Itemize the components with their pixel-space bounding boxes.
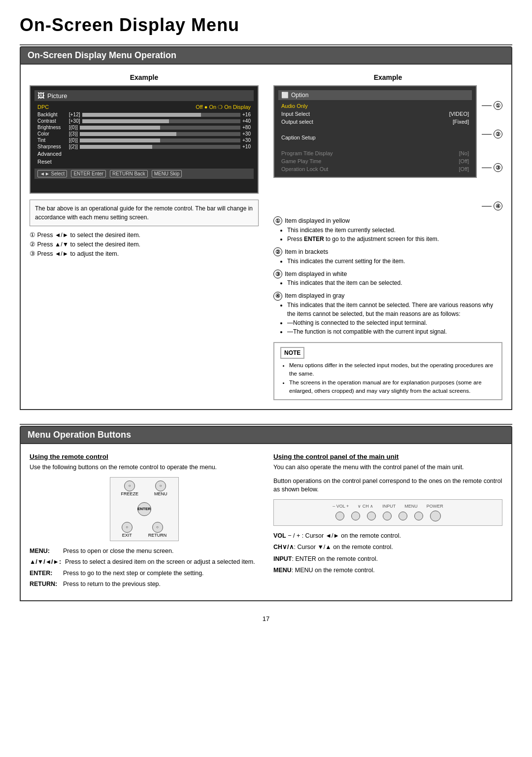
option-row-caption: Caption Setup bbox=[278, 134, 472, 141]
option-row-input-select: Input Select [VIDEO] bbox=[278, 110, 472, 118]
control-panel-diagram: – VOL + ∨ CH ∧ INPUT MENU POWER bbox=[273, 499, 502, 526]
left-example: Example 🖼 Picture DPC Off ● On ❍ On Disp… bbox=[30, 73, 259, 400]
section2-header: Menu Operation Buttons bbox=[20, 426, 512, 444]
option-row-output-select: Output select [Fixed] bbox=[278, 118, 472, 126]
option-row-empty2 bbox=[278, 141, 472, 149]
remote-mid-row: ENTER bbox=[137, 502, 151, 516]
note-title: NOTE bbox=[280, 347, 304, 359]
remote-control-section: Using the remote control Use the followi… bbox=[30, 453, 259, 591]
cp-title: Using the control panel of the main unit bbox=[273, 453, 502, 460]
legend-4-title: Item displayed in gray bbox=[285, 291, 345, 301]
option-row-empty1 bbox=[278, 126, 472, 134]
page-title: On-Screen Display Menu bbox=[20, 15, 512, 35]
cp-ch-up bbox=[383, 512, 392, 520]
picture-menu-screen: 🖼 Picture DPC Off ● On ❍ On Display Back… bbox=[30, 85, 259, 194]
control-legend: VOL − / + : Cursor ◄/► on the remote con… bbox=[273, 532, 502, 575]
remote-desc: Use the following buttons on the remote … bbox=[30, 463, 259, 472]
section1-container: On-Screen Display Menu Operation Example… bbox=[20, 44, 512, 410]
picture-icon: 🖼 bbox=[37, 92, 44, 100]
menu-title: Picture bbox=[47, 92, 67, 100]
option-annotations: ① ② ③ bbox=[482, 85, 502, 211]
remote-diagram: ○ FREEZE ○ MENU ENTER ○ bbox=[110, 477, 179, 541]
enter-legend: ENTER: Press to go to the next step or c… bbox=[30, 569, 259, 578]
menu-row-color: Color [(3)] +30 bbox=[34, 131, 254, 137]
ch-legend: CH∨/∧: Cursor ▼/▲ on the remote control. bbox=[273, 543, 502, 552]
menu-title-bar: 🖼 Picture bbox=[34, 90, 254, 101]
option-row-program-title: Program Title Display [No] bbox=[278, 149, 472, 157]
right-example: Example ⬜ Option Audio Only Input Select bbox=[273, 73, 502, 400]
freeze-btn: ○ FREEZE bbox=[121, 481, 138, 496]
legend-2-title: Item in brackets bbox=[285, 247, 328, 257]
menu-row-backlight: Backlight [+12] +16 bbox=[34, 111, 254, 118]
right-example-label: Example bbox=[273, 73, 502, 81]
section1-header: On-Screen Display Menu Operation bbox=[20, 46, 512, 65]
option-icon: ⬜ bbox=[281, 92, 289, 99]
nav-bar: ◄► Select ENTER Enter RETURN Back MENU S… bbox=[34, 169, 254, 179]
legend-item-2: ② Item in brackets This indicates the cu… bbox=[273, 247, 502, 266]
cp-desc1: You can also operate the menu with the c… bbox=[273, 463, 502, 472]
legend-block: ① Item displayed in yellow This indicate… bbox=[273, 216, 502, 336]
annot-1: ① bbox=[482, 101, 502, 110]
menu-row-brightness: Brightness [(0)] +80 bbox=[34, 124, 254, 131]
input-legend: INPUT: ENTER on the remote control. bbox=[273, 555, 502, 564]
annot-3: ③ bbox=[482, 163, 502, 172]
option-menu-screen: ⬜ Option Audio Only Input Select [VIDEO]… bbox=[273, 85, 477, 178]
legend-item-4: ④ Item displayed in gray This indicates … bbox=[273, 291, 502, 336]
return-btn: ○ RETURN bbox=[148, 522, 167, 538]
note-box: NOTE Menu options differ in the selected… bbox=[273, 342, 502, 400]
press-item-3: ③ Press ◄/► to adjust the item. bbox=[30, 250, 259, 257]
annot-4: ④ bbox=[482, 202, 502, 210]
menu-row-tint: Tint [(0)] +30 bbox=[34, 137, 254, 143]
guide-text: The bar above is an operational guide fo… bbox=[35, 205, 253, 221]
option-row-game-play: Game Play Time [Off] bbox=[278, 157, 472, 165]
arrows-legend: ▲/▼/◄/►: Press to select a desired item … bbox=[30, 558, 259, 567]
enter-btn-remote: ENTER bbox=[137, 502, 151, 516]
cp-vol-minus bbox=[335, 512, 344, 520]
menu-row-contrast: Contrast [+30] +40 bbox=[34, 118, 254, 124]
guide-box: The bar above is an operational guide fo… bbox=[30, 200, 259, 226]
cp-ch-down bbox=[367, 512, 376, 520]
cp-labels: – VOL + ∨ CH ∧ INPUT MENU POWER bbox=[332, 504, 443, 509]
exit-btn: ○ EXIT bbox=[122, 522, 133, 538]
option-row-audio: Audio Only bbox=[278, 102, 472, 110]
option-title: Option bbox=[291, 92, 308, 99]
control-panel-section: Using the control panel of the main unit… bbox=[273, 453, 502, 591]
vol-legend: VOL − / + : Cursor ◄/► on the remote con… bbox=[273, 532, 502, 541]
cp-desc2: Button operations on the control panel c… bbox=[273, 477, 502, 494]
cp-buttons bbox=[335, 511, 441, 521]
legend-item-1: ① Item displayed in yellow This indicate… bbox=[273, 216, 502, 243]
menu-cp-legend: MENU: MENU on the remote control. bbox=[273, 566, 502, 575]
remote-title: Using the remote control bbox=[30, 453, 259, 460]
press-items: ① Press ◄/► to select the desired item. … bbox=[30, 231, 259, 257]
menu-row-sharpness: Sharpness [(2)] +10 bbox=[34, 143, 254, 150]
left-example-label: Example bbox=[30, 73, 259, 81]
button-legend: MENU: Press to open or close the menu sc… bbox=[30, 547, 259, 589]
cp-menu bbox=[414, 512, 423, 520]
remote-top-row: ○ FREEZE ○ MENU bbox=[121, 481, 167, 496]
legend-1-title: Item displayed in yellow bbox=[285, 216, 350, 226]
legend-3-title: Item displayed in white bbox=[285, 270, 347, 279]
cp-vol-plus bbox=[351, 512, 360, 520]
menu-legend: MENU: Press to open or close the menu sc… bbox=[30, 547, 259, 556]
option-title-bar: ⬜ Option bbox=[278, 90, 472, 100]
menu-row-reset: Reset bbox=[34, 158, 254, 166]
menu-row-dpc: DPC Off ● On ❍ On Display bbox=[34, 103, 254, 111]
press-item-1: ① Press ◄/► to select the desired item. bbox=[30, 231, 259, 239]
remote-bot-row: ○ EXIT ○ RETURN bbox=[122, 522, 167, 538]
page-number: 17 bbox=[20, 615, 512, 622]
return-legend: RETURN: Press to return to the previous … bbox=[30, 580, 259, 589]
legend-item-3: ③ Item displayed in white This indicates… bbox=[273, 270, 502, 288]
press-item-2: ② Press ▲/▼ to select the desired item. bbox=[30, 241, 259, 248]
cp-input bbox=[399, 512, 407, 520]
section2-container: Menu Operation Buttons Using the remote … bbox=[20, 424, 512, 601]
option-row-operation-lock: Operation Lock Out [Off] bbox=[278, 165, 472, 173]
menu-btn-remote: ○ MENU bbox=[154, 481, 167, 496]
menu-row-advanced: Advanced bbox=[34, 150, 254, 158]
annot-2: ② bbox=[482, 130, 502, 138]
cp-power bbox=[430, 511, 441, 521]
